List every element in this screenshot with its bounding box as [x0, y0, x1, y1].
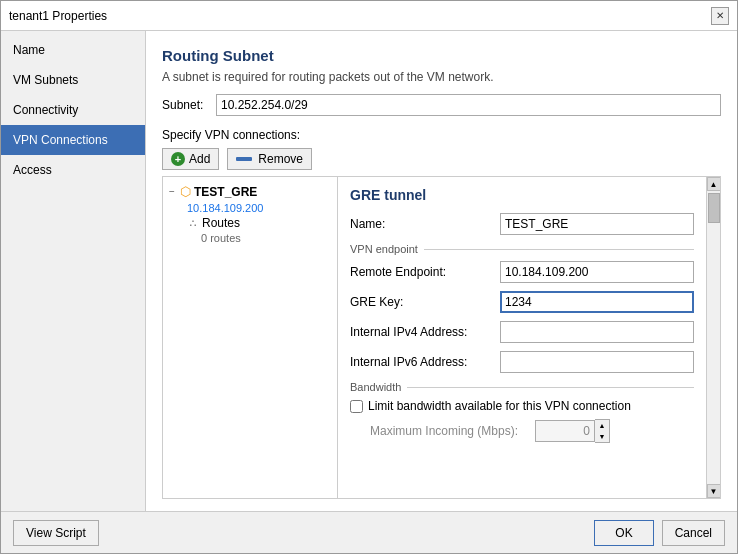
content-area: Name VM Subnets Connectivity VPN Connect… [1, 31, 737, 511]
bandwidth-checkbox-row: Limit bandwidth available for this VPN c… [350, 399, 694, 413]
view-script-button[interactable]: View Script [13, 520, 99, 546]
add-label: Add [189, 152, 210, 166]
max-row: Maximum Incoming (Mbps): ▲ ▼ [370, 419, 694, 443]
toolbar: + Add Remove [162, 148, 721, 170]
ipv4-row: Internal IPv4 Address: [350, 321, 694, 343]
gre-key-row: GRE Key: [350, 291, 694, 313]
subnet-row: Subnet: [162, 94, 721, 116]
sidebar-item-name[interactable]: Name [1, 35, 145, 65]
tree-child: ⛬ Routes 0 routes [183, 214, 337, 244]
remove-button[interactable]: Remove [227, 148, 312, 170]
remote-label: Remote Endpoint: [350, 265, 500, 279]
tree-child-routes[interactable]: ⛬ Routes [183, 214, 337, 232]
remove-icon [236, 157, 252, 161]
routes-label: Routes [202, 216, 240, 230]
ok-button[interactable]: OK [594, 520, 653, 546]
routes-icon: ⛬ [187, 216, 199, 230]
sidebar: Name VM Subnets Connectivity VPN Connect… [1, 31, 146, 511]
name-row: Name: [350, 213, 694, 235]
tree-node-header[interactable]: − ⬡ TEST_GRE [163, 181, 337, 202]
title-bar: tenant1 Properties ✕ [1, 1, 737, 31]
window-title: tenant1 Properties [9, 9, 107, 23]
add-icon: + [171, 152, 185, 166]
ipv6-label: Internal IPv6 Address: [350, 355, 500, 369]
collapse-icon: − [167, 186, 177, 197]
remote-input[interactable] [500, 261, 694, 283]
sidebar-item-vpn-connections[interactable]: VPN Connections [1, 125, 145, 155]
spinner-buttons: ▲ ▼ [595, 419, 610, 443]
close-button[interactable]: ✕ [711, 7, 729, 25]
name-label: Name: [350, 217, 500, 231]
max-value-input[interactable] [535, 420, 595, 442]
detail-pane: GRE tunnel Name: VPN endpoint Remote End… [338, 177, 706, 498]
spin-down-button[interactable]: ▼ [595, 431, 609, 442]
scroll-up-button[interactable]: ▲ [707, 177, 721, 191]
remote-row: Remote Endpoint: [350, 261, 694, 283]
subtitle: A subnet is required for routing packets… [162, 70, 721, 84]
footer-right: OK Cancel [594, 520, 725, 546]
split-pane: − ⬡ TEST_GRE 10.184.109.200 ⛬ Routes 0 r… [162, 176, 721, 499]
max-label: Maximum Incoming (Mbps): [370, 424, 535, 438]
scrollbar: ▲ ▼ [706, 177, 720, 498]
panel-title: Routing Subnet [162, 47, 721, 64]
sidebar-item-vm-subnets[interactable]: VM Subnets [1, 65, 145, 95]
ipv4-input[interactable] [500, 321, 694, 343]
vpn-label: Specify VPN connections: [162, 128, 721, 142]
subnet-label: Subnet: [162, 98, 210, 112]
ipv6-input[interactable] [500, 351, 694, 373]
gre-title: GRE tunnel [350, 187, 694, 203]
spin-up-button[interactable]: ▲ [595, 420, 609, 431]
scroll-down-button[interactable]: ▼ [707, 484, 721, 498]
gre-key-label: GRE Key: [350, 295, 500, 309]
footer: View Script OK Cancel [1, 511, 737, 553]
tree-node-name: TEST_GRE [194, 185, 257, 199]
main-window: tenant1 Properties ✕ Name VM Subnets Con… [0, 0, 738, 554]
routes-count: 0 routes [201, 232, 337, 244]
network-icon: ⬡ [180, 184, 191, 199]
bandwidth-checkbox-label: Limit bandwidth available for this VPN c… [368, 399, 631, 413]
spinner-wrapper: ▲ ▼ [535, 419, 610, 443]
bandwidth-section: Bandwidth Limit bandwidth available for … [350, 381, 694, 443]
sidebar-item-access[interactable]: Access [1, 155, 145, 185]
tree-node: − ⬡ TEST_GRE 10.184.109.200 ⛬ Routes 0 r… [163, 181, 337, 244]
scrollbar-thumb[interactable] [708, 193, 720, 223]
subnet-input[interactable] [216, 94, 721, 116]
bandwidth-checkbox[interactable] [350, 400, 363, 413]
ipv4-label: Internal IPv4 Address: [350, 325, 500, 339]
cancel-button[interactable]: Cancel [662, 520, 725, 546]
remove-label: Remove [258, 152, 303, 166]
vpn-endpoint-section: VPN endpoint [350, 243, 694, 255]
tree-pane: − ⬡ TEST_GRE 10.184.109.200 ⛬ Routes 0 r… [163, 177, 338, 498]
name-input[interactable] [500, 213, 694, 235]
ipv6-row: Internal IPv6 Address: [350, 351, 694, 373]
gre-key-input[interactable] [500, 291, 694, 313]
sidebar-item-connectivity[interactable]: Connectivity [1, 95, 145, 125]
tree-node-ip: 10.184.109.200 [187, 202, 337, 214]
add-button[interactable]: + Add [162, 148, 219, 170]
main-panel: Routing Subnet A subnet is required for … [146, 31, 737, 511]
bandwidth-title: Bandwidth [350, 381, 694, 393]
